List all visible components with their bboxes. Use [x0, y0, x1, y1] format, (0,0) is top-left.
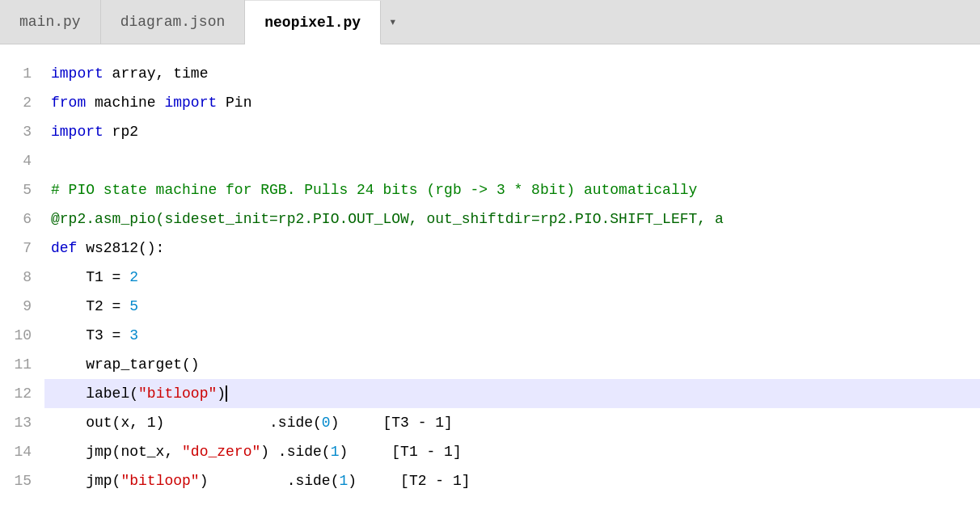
code-line-1: import array, time — [44, 59, 980, 88]
line-numbers: 123456789101112131415 — [0, 44, 44, 514]
code-line-3: import rp2 — [44, 117, 980, 146]
code-line-5: # PIO state machine for RGB. Pulls 24 bi… — [44, 175, 980, 204]
code-line-13: out(x, 1) .side(0) [T3 - 1] — [44, 408, 980, 437]
code-area[interactable]: import array, timefrom machine import Pi… — [44, 44, 980, 514]
code-line-9: T2 = 5 — [44, 292, 980, 321]
tab-neopixel-py[interactable]: neopixel.py — [245, 1, 381, 44]
text-cursor — [226, 386, 227, 402]
line-number-6: 6 — [0, 204, 44, 234]
line-number-2: 2 — [0, 88, 44, 117]
line-number-7: 7 — [0, 234, 44, 263]
line-number-1: 1 — [0, 59, 44, 88]
code-line-6: @rp2.asm_pio(sideset_init=rp2.PIO.OUT_LO… — [44, 204, 980, 234]
line-number-3: 3 — [0, 117, 44, 146]
line-number-14: 14 — [0, 437, 44, 466]
line-number-4: 4 — [0, 146, 44, 175]
code-line-14: jmp(not_x, "do_zero") .side(1) [T1 - 1] — [44, 437, 980, 466]
editor: 123456789101112131415 import array, time… — [0, 44, 980, 514]
code-line-7: def ws2812(): — [44, 234, 980, 263]
line-number-11: 11 — [0, 350, 44, 379]
tab-diagram-json[interactable]: diagram.json — [101, 0, 246, 44]
line-number-10: 10 — [0, 321, 44, 350]
code-line-8: T1 = 2 — [44, 263, 980, 292]
code-line-2: from machine import Pin — [44, 88, 980, 117]
line-number-9: 9 — [0, 292, 44, 321]
code-line-4 — [44, 146, 980, 175]
line-number-13: 13 — [0, 408, 44, 437]
tab-bar: main.py diagram.json neopixel.py ▾ — [0, 0, 980, 44]
tab-dropdown-button[interactable]: ▾ — [381, 14, 405, 30]
line-number-8: 8 — [0, 263, 44, 292]
tab-main-py[interactable]: main.py — [0, 0, 101, 44]
code-line-15: jmp("bitloop") .side(1) [T2 - 1] — [44, 466, 980, 495]
code-line-12: label("bitloop") — [44, 379, 980, 408]
line-number-15: 15 — [0, 466, 44, 495]
code-line-10: T3 = 3 — [44, 321, 980, 350]
line-number-12: 12 — [0, 379, 44, 408]
line-number-5: 5 — [0, 175, 44, 204]
code-line-11: wrap_target() — [44, 350, 980, 379]
